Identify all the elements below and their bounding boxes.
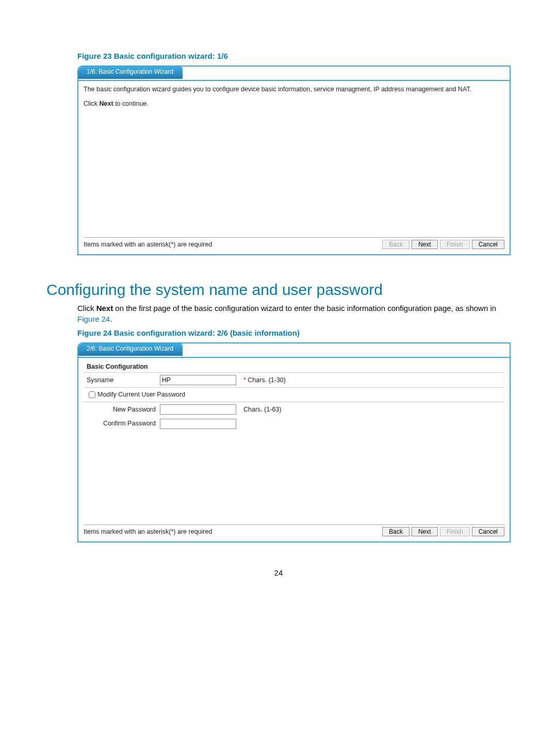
confirm-password-label: Confirm Password — [84, 417, 157, 431]
finish-button[interactable]: Finish — [440, 240, 470, 249]
sysname-label: Sysname — [84, 373, 157, 388]
wizard1-intro: The basic configuration wizard guides yo… — [84, 85, 504, 94]
wizard1-required-note: Items marked with an asterisk(*) are req… — [84, 241, 380, 248]
modify-password-label: Modify Current User Password — [97, 391, 185, 398]
section-heading: Configuring the system name and user pas… — [46, 281, 511, 299]
para-mid: on the first page of the basic configura… — [113, 304, 496, 313]
finish-button[interactable]: Finish — [440, 527, 470, 536]
para-post: . — [110, 315, 112, 323]
modify-password-row: Modify Current User Password — [84, 388, 504, 402]
wizard2-required-note: Items marked with an asterisk(*) are req… — [84, 528, 380, 535]
basic-config-table: Basic Configuration Sysname * Chars. (1-… — [84, 361, 504, 431]
back-button[interactable]: Back — [382, 240, 409, 249]
figure24-wizard: 2/6: Basic Configuration Wizard Basic Co… — [77, 342, 511, 543]
wizard1-cont-pre: Click — [84, 100, 100, 107]
cancel-button[interactable]: Cancel — [472, 240, 504, 249]
figure24-link[interactable]: Figure 24 — [77, 315, 110, 323]
figure24-caption: Figure 24 Basic configuration wizard: 2/… — [77, 328, 511, 337]
wizard1-footer: Items marked with an asterisk(*) are req… — [84, 237, 504, 249]
confirm-password-input[interactable] — [160, 419, 236, 429]
para-pre: Click — [77, 304, 96, 313]
new-password-input[interactable] — [160, 404, 236, 415]
para-bold: Next — [96, 304, 113, 313]
wizard1-tab: 1/6: Basic Configuration Wizard — [77, 65, 183, 79]
wizard2-footer: Items marked with an asterisk(*) are req… — [84, 524, 504, 536]
wizard2-body: Basic Configuration Sysname * Chars. (1-… — [78, 358, 510, 541]
wizard1-tabrow: 1/6: Basic Configuration Wizard — [78, 67, 510, 81]
next-button[interactable]: Next — [412, 240, 438, 249]
figure23-wizard: 1/6: Basic Configuration Wizard The basi… — [77, 65, 511, 255]
page-number: 24 — [46, 568, 511, 577]
wizard2-tabrow: 2/6: Basic Configuration Wizard — [78, 343, 510, 358]
next-button[interactable]: Next — [412, 527, 438, 536]
wizard1-cont-bold: Next — [100, 100, 113, 107]
sysname-hint: Chars. (1-30) — [248, 376, 286, 384]
wizard1-body: The basic configuration wizard guides yo… — [78, 81, 510, 254]
wizard1-cont-post: to continue. — [113, 100, 149, 107]
back-button[interactable]: Back — [382, 527, 409, 536]
figure23-caption: Figure 23 Basic configuration wizard: 1/… — [77, 52, 511, 60]
section-paragraph: Click Next on the first page of the basi… — [77, 303, 511, 324]
modify-password-checkbox[interactable] — [89, 391, 95, 398]
wizard2-tab: 2/6: Basic Configuration Wizard — [77, 342, 183, 356]
cancel-button[interactable]: Cancel — [472, 527, 504, 536]
basic-config-header: Basic Configuration — [84, 361, 504, 373]
new-password-label: New Password — [84, 402, 157, 417]
sysname-hint-cell: * Chars. (1-30) — [240, 373, 504, 388]
wizard1-continue: Click Next to continue. — [84, 100, 504, 109]
sysname-input[interactable] — [160, 375, 236, 385]
new-password-hint: Chars. (1-63) — [240, 402, 504, 417]
